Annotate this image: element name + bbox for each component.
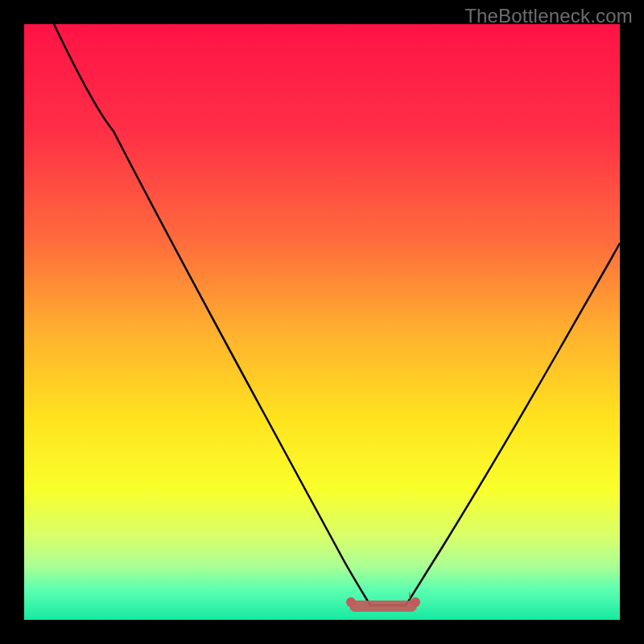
svg-point-1 [346, 597, 356, 607]
plot-area [24, 24, 620, 620]
chart-frame: TheBottleneck.com [0, 0, 644, 644]
svg-rect-3 [409, 592, 411, 599]
svg-rect-0 [349, 601, 417, 612]
chart-svg [24, 24, 620, 620]
watermark-text: TheBottleneck.com [464, 5, 633, 27]
svg-point-2 [411, 597, 420, 607]
gradient-background [24, 24, 620, 620]
